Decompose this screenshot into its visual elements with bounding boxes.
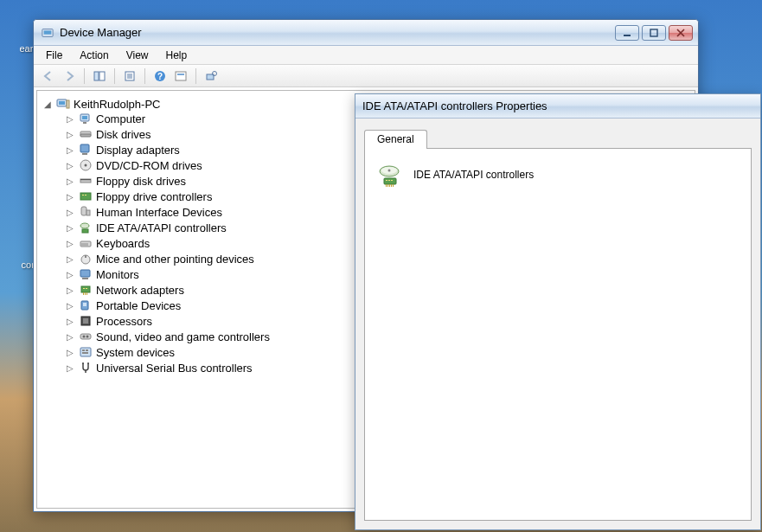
expand-icon[interactable]: ▷ <box>65 129 75 139</box>
svg-rect-76 <box>391 184 392 187</box>
menubar: File Action View Help <box>34 46 698 65</box>
svg-rect-21 <box>83 122 86 124</box>
svg-rect-75 <box>389 184 390 187</box>
toolbar-separator <box>114 68 115 84</box>
svg-rect-24 <box>80 144 89 152</box>
properties-titlebar[interactable]: IDE ATA/ATAPI controllers Properties <box>355 94 760 119</box>
toolbar-separator <box>84 68 85 84</box>
svg-rect-47 <box>83 288 85 289</box>
tree-item-label: Network adapters <box>96 284 184 297</box>
forward-button[interactable] <box>60 67 79 85</box>
back-button[interactable] <box>39 67 58 85</box>
category-icon <box>79 252 93 266</box>
tree-item-label: Sound, video and game controllers <box>96 330 270 343</box>
category-icon <box>79 314 93 328</box>
svg-rect-61 <box>86 349 88 351</box>
expand-icon[interactable]: ▷ <box>65 347 75 357</box>
tree-item-label: Human Interface Devices <box>96 206 222 219</box>
svg-rect-4 <box>94 72 99 80</box>
svg-text:?: ? <box>157 72 163 81</box>
expand-icon[interactable]: ▷ <box>65 191 75 202</box>
svg-rect-72 <box>391 180 393 181</box>
category-icon <box>79 361 93 375</box>
svg-rect-45 <box>82 278 88 279</box>
show-hide-console-tree-button[interactable] <box>90 67 109 85</box>
toolbar-separator <box>144 68 145 84</box>
close-button[interactable] <box>669 25 693 41</box>
expand-icon[interactable]: ▷ <box>65 269 75 279</box>
svg-rect-5 <box>99 72 105 80</box>
svg-rect-60 <box>82 349 85 351</box>
expand-icon[interactable]: ▷ <box>65 238 75 248</box>
category-icon <box>79 236 93 250</box>
svg-point-65 <box>87 362 89 364</box>
tree-item-label: Monitors <box>96 268 139 281</box>
maximize-button[interactable] <box>642 25 666 41</box>
computer-icon <box>56 97 70 111</box>
help-button[interactable]: ? <box>150 67 170 85</box>
minimize-button[interactable] <box>615 25 639 41</box>
titlebar[interactable]: Device Manager <box>34 20 698 46</box>
svg-rect-25 <box>82 153 87 155</box>
expand-icon[interactable]: ▷ <box>65 285 75 295</box>
svg-rect-69 <box>384 178 396 184</box>
svg-rect-29 <box>80 179 91 180</box>
svg-rect-55 <box>83 318 88 324</box>
svg-rect-23 <box>80 134 91 137</box>
expand-icon[interactable]: ▷ <box>65 362 75 373</box>
category-icon <box>79 189 93 203</box>
svg-rect-20 <box>82 116 87 119</box>
svg-rect-2 <box>624 35 631 36</box>
svg-rect-51 <box>86 292 87 295</box>
expand-icon[interactable]: ▷ <box>65 207 75 217</box>
properties-window: IDE ATA/ATAPI controllers Properties Gen… <box>355 93 761 530</box>
tab-general-pane: IDE ATA/ATAPI controllers <box>364 148 752 521</box>
svg-rect-50 <box>85 292 86 295</box>
menu-view[interactable]: View <box>118 48 157 63</box>
menu-file[interactable]: File <box>37 48 71 63</box>
menu-action[interactable]: Action <box>71 48 117 63</box>
expand-icon[interactable]: ▷ <box>65 331 75 342</box>
menu-help[interactable]: Help <box>157 48 196 63</box>
update-driver-button[interactable] <box>171 67 190 85</box>
expand-icon[interactable]: ▷ <box>65 316 75 326</box>
svg-rect-17 <box>59 101 65 105</box>
expand-icon[interactable]: ▷ <box>65 144 75 155</box>
expand-icon[interactable]: ▷ <box>65 160 75 170</box>
scan-hardware-button[interactable] <box>202 67 221 85</box>
expand-icon[interactable]: ▷ <box>65 176 75 186</box>
category-icon <box>79 298 93 312</box>
svg-rect-73 <box>386 184 387 187</box>
tree-item-label: Floppy drive controllers <box>96 190 212 203</box>
svg-rect-46 <box>81 286 90 292</box>
svg-rect-44 <box>80 270 90 277</box>
expand-icon[interactable]: ▷ <box>65 113 75 124</box>
svg-rect-48 <box>86 288 87 289</box>
tree-item-label: IDE ATA/ATAPI controllers <box>96 221 227 234</box>
tab-general[interactable]: General <box>364 130 427 149</box>
expand-icon[interactable]: ▷ <box>65 300 75 311</box>
svg-rect-30 <box>80 193 91 200</box>
svg-point-64 <box>82 362 84 364</box>
svg-rect-71 <box>388 180 390 181</box>
tree-item-label: Universal Serial Bus controllers <box>96 362 253 375</box>
expand-icon[interactable]: ▷ <box>65 222 75 233</box>
category-icon <box>79 127 93 141</box>
properties-button[interactable] <box>120 67 139 85</box>
window-title: Device Manager <box>60 26 610 39</box>
tree-root-label: KeithRudolph-PC <box>74 98 160 111</box>
svg-rect-13 <box>177 74 184 75</box>
app-icon <box>41 26 54 40</box>
expand-icon[interactable]: ▷ <box>65 253 75 264</box>
tree-item-label: System devices <box>96 346 175 359</box>
svg-point-27 <box>85 164 87 167</box>
tree-item-label: Display adapters <box>96 144 180 157</box>
svg-rect-33 <box>81 207 86 215</box>
collapse-icon[interactable]: ◢ <box>42 99 53 109</box>
tree-item-label: Computer <box>96 112 145 125</box>
svg-rect-36 <box>82 229 88 233</box>
tree-item-label: DVD/CD-ROM drives <box>96 159 202 172</box>
svg-rect-1 <box>44 30 52 34</box>
properties-title: IDE ATA/ATAPI controllers Properties <box>362 99 547 112</box>
tree-item-label: Disk drives <box>96 128 151 141</box>
